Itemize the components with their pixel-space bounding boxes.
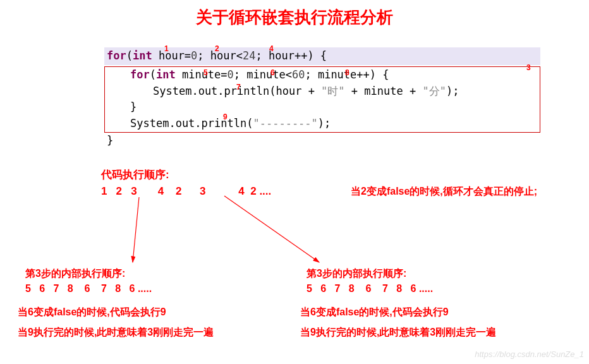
s: "时" [321, 85, 344, 97]
t: + minute + [345, 85, 423, 97]
t: ); [446, 85, 459, 97]
inner-loop-box: for(int minute=0; minute<60; minute++) {… [104, 66, 540, 133]
condition-2-false: 当2变成false的时候,循环才会真正的停止; [351, 185, 537, 198]
cond9-right: 当9执行完的时候,此时意味着3刚刚走完一遍 [300, 326, 496, 339]
code-line-3: System.out.println(hour + "时" + minute +… [105, 83, 540, 100]
code-line-5: System.out.println("--------"); [105, 116, 540, 132]
n: 0 [228, 68, 234, 81]
t: ( [126, 49, 133, 62]
page-title: 关于循环嵌套执行流程分析 [196, 6, 393, 28]
marker-7: 7 [236, 83, 241, 92]
code-block: for(int hour=0; hour<24; hour++) { for(i… [104, 47, 540, 149]
cond6-right: 当6变成false的时候,代码会执行9 [300, 306, 449, 319]
step3-label-right: 第3步的内部执行顺序: [307, 267, 406, 281]
t: hour= [152, 49, 191, 62]
n: 0 [191, 49, 197, 62]
t: ); [318, 117, 331, 130]
step3-seq-right: 5 6 7 8 6 7 8 6 ..... [307, 283, 433, 294]
marker-8: 8 [345, 68, 349, 77]
t: minute= [176, 68, 228, 81]
t: ; minute< [234, 68, 292, 81]
n: 24 [243, 49, 255, 62]
exec-order-label: 代码执行顺序: [101, 167, 169, 182]
t: ( [150, 68, 156, 81]
marker-4: 4 [269, 44, 274, 53]
t: ; hour< [197, 49, 243, 62]
code-line-1: for(int hour=0; hour<24; hour++) { [104, 47, 540, 65]
code-line-6: } [104, 133, 540, 149]
s: "分" [422, 85, 446, 97]
t: ; hour++) { [256, 49, 327, 62]
kw-for: for [107, 49, 126, 62]
marker-5: 5 [203, 68, 208, 77]
code-line-2: for(int minute=0; minute<60; minute++) { [105, 67, 540, 83]
marker-1: 1 [164, 44, 169, 53]
cond6-left: 当6变成false的时候,代码会执行9 [18, 306, 166, 319]
kw-for: for [130, 68, 150, 81]
step3-seq-left: 5 6 7 8 6 7 8 6 ..... [25, 283, 152, 294]
svg-line-1 [224, 196, 319, 262]
cond9-left: 当9执行完的时候,此时意味着3刚刚走完一遍 [18, 326, 214, 339]
marker-3: 3 [526, 63, 531, 72]
kw-int: int [133, 49, 152, 62]
svg-line-0 [133, 197, 139, 262]
n: 60 [292, 68, 305, 81]
s: "--------" [253, 117, 317, 130]
kw-int: int [156, 68, 176, 81]
code-line-4: } [105, 99, 540, 116]
marker-6: 6 [270, 68, 275, 77]
exec-order-sequence: 1 2 3 4 2 3 4 2 .... [101, 185, 271, 198]
marker-2: 2 [215, 44, 219, 53]
t: System.out.println( [130, 117, 253, 130]
step3-label-left: 第3步的内部执行顺序: [25, 267, 125, 281]
marker-9: 9 [223, 112, 228, 121]
watermark: https://blog.csdn.net/SunZe_1 [475, 349, 584, 359]
